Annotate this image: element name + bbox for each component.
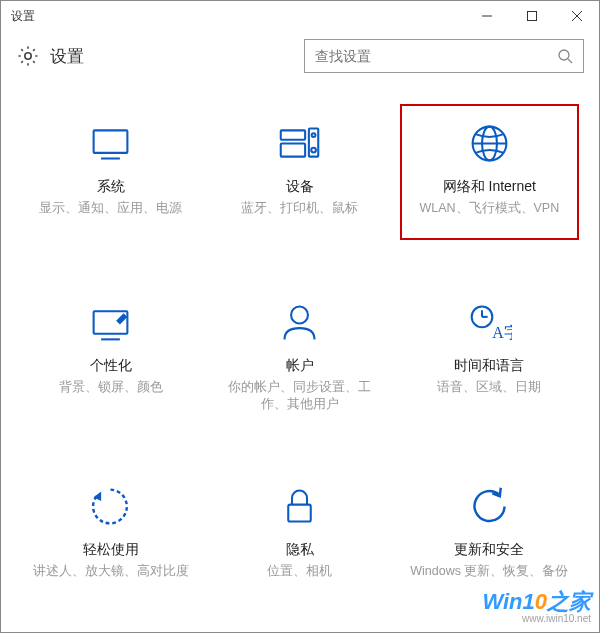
search-input[interactable] <box>315 48 557 64</box>
tile-title: 隐私 <box>286 541 314 559</box>
svg-rect-7 <box>94 130 128 153</box>
ease-of-access-icon <box>88 484 133 529</box>
tile-time-language[interactable]: A字 时间和语言 语音、区域、日期 <box>400 290 579 424</box>
tile-accounts[interactable]: 帐户 你的帐户、同步设置、工作、其他用户 <box>210 290 389 424</box>
tile-desc: Windows 更新、恢复、备份 <box>410 563 568 581</box>
personalization-icon <box>88 300 133 345</box>
tile-update-security[interactable]: 更新和安全 Windows 更新、恢复、备份 <box>400 474 579 591</box>
svg-rect-24 <box>289 504 312 521</box>
maximize-button[interactable] <box>509 1 554 31</box>
header: 设置 <box>1 31 599 81</box>
titlebar-controls <box>464 1 599 31</box>
tile-title: 设备 <box>286 178 314 196</box>
lock-icon <box>277 484 322 529</box>
svg-point-13 <box>312 148 317 153</box>
tile-desc: WLAN、飞行模式、VPN <box>419 200 559 218</box>
tile-title: 更新和安全 <box>454 541 524 559</box>
svg-point-19 <box>292 306 309 323</box>
svg-point-5 <box>559 50 569 60</box>
svg-point-4 <box>25 53 31 59</box>
settings-grid: 系统 显示、通知、应用、电源 设备 蓝牙、打印机、鼠标 网络和 Internet… <box>1 81 599 610</box>
update-icon <box>467 484 512 529</box>
tile-title: 网络和 Internet <box>443 178 536 196</box>
tile-ease-of-access[interactable]: 轻松使用 讲述人、放大镜、高对比度 <box>21 474 200 591</box>
tile-title: 帐户 <box>286 357 314 375</box>
tile-desc: 位置、相机 <box>267 563 332 581</box>
watermark-url: www.iwin10.net <box>482 613 591 624</box>
minimize-button[interactable] <box>464 1 509 31</box>
tile-desc: 讲述人、放大镜、高对比度 <box>33 563 189 581</box>
search-icon <box>557 48 573 64</box>
gear-icon <box>16 44 40 68</box>
tile-system[interactable]: 系统 显示、通知、应用、电源 <box>21 111 200 240</box>
svg-rect-1 <box>527 12 536 21</box>
titlebar: 设置 <box>1 1 599 31</box>
tile-title: 时间和语言 <box>454 357 524 375</box>
svg-line-6 <box>568 59 572 63</box>
time-language-icon: A字 <box>467 300 512 345</box>
svg-point-12 <box>312 133 316 137</box>
devices-icon <box>277 121 322 166</box>
tile-privacy[interactable]: 隐私 位置、相机 <box>210 474 389 591</box>
tile-desc: 背景、锁屏、颜色 <box>59 379 163 397</box>
search-box[interactable] <box>304 39 584 73</box>
tile-title: 系统 <box>97 178 125 196</box>
window-title: 设置 <box>11 8 35 25</box>
tile-desc: 蓝牙、打印机、鼠标 <box>241 200 358 218</box>
svg-text:A字: A字 <box>492 323 512 340</box>
system-icon <box>88 121 133 166</box>
tile-title: 个性化 <box>90 357 132 375</box>
tile-desc: 显示、通知、应用、电源 <box>39 200 182 218</box>
page-title: 设置 <box>50 45 84 68</box>
tile-title: 轻松使用 <box>83 541 139 559</box>
svg-rect-10 <box>281 144 305 157</box>
globe-icon <box>467 121 512 166</box>
tile-desc: 你的帐户、同步设置、工作、其他用户 <box>220 379 380 414</box>
accounts-icon <box>277 300 322 345</box>
tile-desc: 语音、区域、日期 <box>437 379 541 397</box>
tile-devices[interactable]: 设备 蓝牙、打印机、鼠标 <box>210 111 389 240</box>
svg-rect-9 <box>281 130 305 139</box>
tile-personalization[interactable]: 个性化 背景、锁屏、颜色 <box>21 290 200 424</box>
close-button[interactable] <box>554 1 599 31</box>
tile-network[interactable]: 网络和 Internet WLAN、飞行模式、VPN <box>400 104 579 240</box>
